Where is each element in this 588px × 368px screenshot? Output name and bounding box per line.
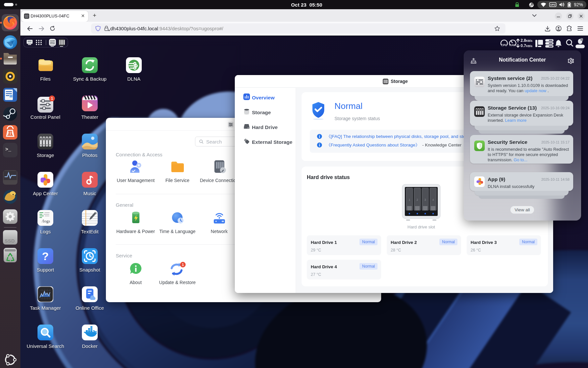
svg-text:SSD: SSD — [5, 238, 15, 244]
svg-text:CPU: CPU — [501, 43, 507, 47]
svg-text:0.7KB/s: 0.7KB/s — [521, 43, 532, 48]
svg-text:2.8KB/s: 2.8KB/s — [521, 38, 532, 43]
svg-text:RAM: RAM — [509, 43, 516, 47]
svg-text:1: 1 — [182, 263, 184, 267]
svg-text:1: 1 — [51, 96, 53, 100]
svg-text:/logs: /logs — [42, 219, 50, 223]
svg-text:3: 3 — [424, 198, 426, 201]
svg-text:4: 4 — [432, 198, 434, 201]
svg-text:2: 2 — [416, 198, 418, 201]
svg-text:UPD: UPD — [550, 3, 555, 6]
svg-text:>_: >_ — [5, 147, 12, 152]
svg-text:?: ? — [42, 250, 49, 262]
svg-text:1: 1 — [408, 198, 410, 201]
